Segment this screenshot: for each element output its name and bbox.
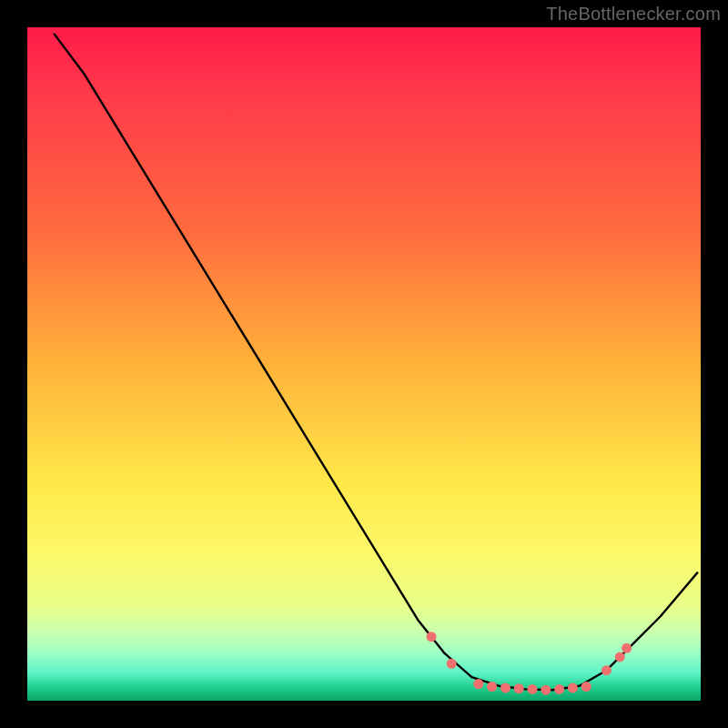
attribution-text: TheBottlenecker.com — [546, 4, 721, 25]
chart-frame: TheBottlenecker.com — [0, 0, 728, 728]
plot-area — [27, 27, 701, 701]
